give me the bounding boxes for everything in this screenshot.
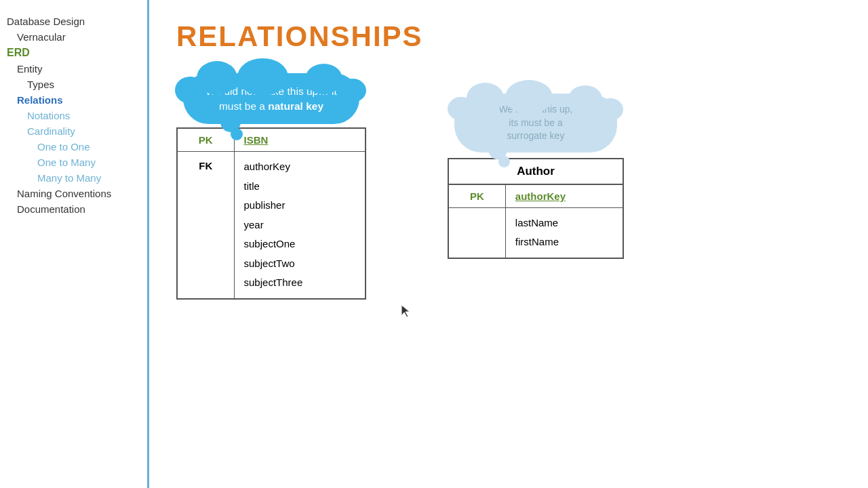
sidebar-item-one-to-many[interactable]: One to Many <box>7 155 140 170</box>
sidebar-item-erd[interactable]: ERD <box>7 45 140 61</box>
sidebar-item-cardinality[interactable]: Cardinality <box>7 123 140 139</box>
field-subjectone: subjectOne <box>244 235 355 254</box>
field-publisher: publisher <box>244 196 355 216</box>
sidebar-item-database-design[interactable]: Database Design <box>7 14 140 29</box>
field-firstname: firstName <box>515 232 613 252</box>
field-lastname: lastName <box>515 214 613 233</box>
sidebar-item-notations[interactable]: Notations <box>7 108 140 123</box>
main-content: RELATIONSHIPS We did not make this up… i… <box>149 0 868 488</box>
right-table-empty-cell <box>448 207 505 258</box>
cloud-bump-ml <box>175 77 205 104</box>
field-authorkey: authorKey <box>244 157 355 177</box>
left-cloud: We did not make this up… it must be a na… <box>183 73 359 124</box>
sidebar-item-one-to-one[interactable]: One to One <box>7 139 140 155</box>
content-area: We did not make this up… it must be a na… <box>176 73 841 300</box>
sidebar-item-types[interactable]: Types <box>7 77 140 92</box>
field-year: year <box>244 216 355 235</box>
right-cloud-shape: We made this up, its must be a surrogate… <box>454 94 617 152</box>
field-subjectthree: subjectThree <box>244 273 355 293</box>
sidebar-item-documentation[interactable]: Documentation <box>7 201 140 217</box>
left-table: PK ISBN FK authorKey title publisher yea… <box>176 127 366 300</box>
cloud-bump-mr <box>339 79 366 102</box>
sidebar-item-many-to-many[interactable]: Many to Many <box>7 170 140 186</box>
right-table-pk-value: authorKey <box>505 184 623 208</box>
sidebar-item-entity[interactable]: Entity <box>7 61 140 77</box>
left-table-pk-label: PK <box>177 128 234 152</box>
right-table-header: Author <box>448 159 623 184</box>
right-cloud-tail2 <box>498 156 510 167</box>
sidebar: Database Design Vernacular ERD Entity Ty… <box>0 0 149 488</box>
left-table-fk-label: FK <box>177 152 234 299</box>
right-table: Author PK authorKey lastName firstName <box>448 158 624 259</box>
right-section: We made this up, its must be a surrogate… <box>448 94 624 259</box>
page-title: RELATIONSHIPS <box>176 20 841 53</box>
cloud-bump-tm <box>237 58 288 96</box>
right-cloud-bump-mr <box>597 98 623 121</box>
field-title: title <box>244 177 355 197</box>
left-table-pk-value: ISBN <box>234 128 366 152</box>
left-section: We did not make this up… it must be a na… <box>176 73 366 300</box>
right-cloud-bump-tm <box>505 80 553 114</box>
field-subjecttwo: subjectTwo <box>244 254 355 274</box>
right-cloud-bump-ml <box>448 97 475 121</box>
mouse-cursor <box>400 304 412 316</box>
right-table-pk-label: PK <box>448 184 505 208</box>
sidebar-item-naming-conventions[interactable]: Naming Conventions <box>7 186 140 201</box>
natural-key-highlight: natural key <box>268 100 323 112</box>
sidebar-item-relations[interactable]: Relations <box>7 92 140 108</box>
cloud-bump-tr <box>305 64 342 94</box>
left-cloud-shape: We did not make this up… it must be a na… <box>183 73 359 124</box>
left-table-fields: authorKey title publisher year subjectOn… <box>234 152 366 299</box>
sidebar-item-vernacular[interactable]: Vernacular <box>7 29 140 45</box>
right-table-fields: lastName firstName <box>505 207 623 258</box>
right-cloud: We made this up, its must be a surrogate… <box>454 94 617 152</box>
